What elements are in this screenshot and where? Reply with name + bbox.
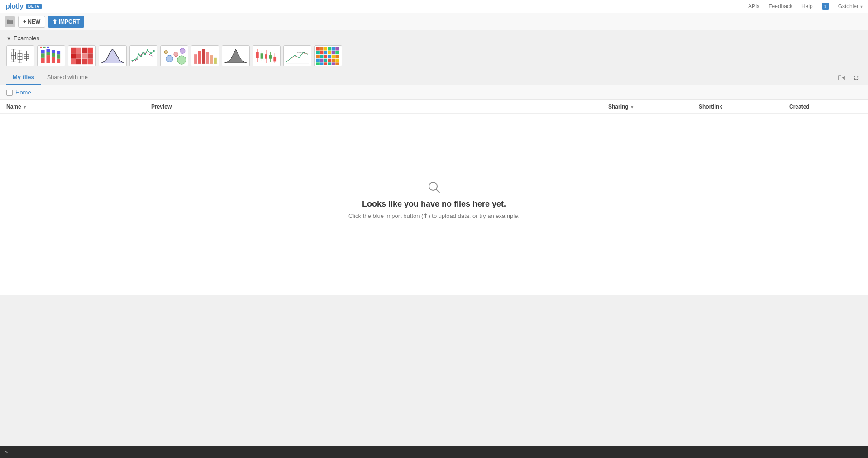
svg-rect-44 [87, 59, 92, 64]
svg-rect-66 [206, 52, 209, 64]
svg-rect-110 [335, 59, 339, 62]
examples-section: ▼ Examples [0, 30, 868, 70]
example-thumb-11[interactable] [314, 45, 342, 66]
svg-rect-94 [320, 51, 324, 54]
svg-rect-18 [41, 53, 45, 58]
svg-rect-36 [87, 48, 92, 53]
svg-rect-116 [335, 62, 339, 65]
svg-rect-103 [332, 55, 335, 58]
svg-rect-67 [210, 55, 213, 64]
svg-rect-38 [76, 53, 81, 58]
empty-state-title: Looks like you have no files here yet. [362, 199, 506, 209]
svg-rect-101 [324, 55, 327, 58]
tab-shared-with-me[interactable]: Shared with me [41, 70, 94, 85]
svg-point-52 [144, 53, 146, 55]
svg-rect-41 [71, 59, 76, 64]
svg-rect-40 [87, 53, 92, 58]
beta-badge: BETA [26, 4, 42, 9]
svg-rect-115 [332, 62, 335, 65]
svg-rect-95 [324, 51, 327, 54]
breadcrumb-home[interactable]: Home [15, 89, 31, 96]
tab-my-files[interactable]: My files [6, 70, 41, 85]
svg-rect-75 [261, 53, 263, 58]
svg-point-47 [131, 60, 133, 62]
svg-rect-25 [52, 50, 55, 53]
home-folder-button[interactable] [5, 16, 15, 27]
topnav-right: APIs Feedback Help 1 Gstohler ▾ [748, 3, 863, 10]
new-button[interactable]: + NEW [18, 16, 45, 28]
example-thumb-3[interactable] [68, 45, 96, 66]
svg-rect-30 [43, 47, 46, 48]
col-header-sharing[interactable]: Sharing ▼ [608, 104, 699, 110]
refresh-button[interactable] [851, 72, 862, 83]
svg-rect-99 [316, 55, 320, 58]
svg-rect-111 [316, 62, 320, 65]
tabs-right-actions [836, 72, 862, 83]
svg-rect-105 [316, 59, 320, 62]
svg-rect-22 [46, 49, 50, 52]
breadcrumb-bar: Home [0, 85, 868, 100]
example-thumb-9[interactable] [253, 45, 281, 66]
svg-rect-82 [284, 46, 310, 66]
example-thumb-4[interactable] [99, 45, 127, 66]
svg-rect-87 [316, 47, 320, 51]
import-button[interactable]: ⬆ IMPORT [48, 16, 84, 28]
svg-rect-64 [198, 51, 201, 64]
svg-line-120 [436, 189, 439, 193]
svg-point-55 [153, 50, 155, 52]
top-navigation: plotly BETA APIs Feedback Help 1 Gstohle… [0, 0, 868, 13]
svg-rect-33 [71, 48, 76, 53]
svg-point-50 [140, 56, 142, 57]
svg-rect-37 [71, 53, 76, 58]
example-thumb-8[interactable] [222, 45, 250, 66]
svg-rect-113 [324, 62, 327, 65]
example-thumb-1[interactable] [6, 45, 34, 66]
svg-rect-104 [335, 55, 339, 58]
apis-link[interactable]: APIs [748, 3, 759, 9]
svg-rect-35 [82, 48, 87, 53]
col-header-shortlink: Shortlink [699, 104, 789, 110]
svg-rect-43 [82, 59, 87, 64]
notification-badge[interactable]: 1 [822, 3, 829, 10]
examples-thumbnails: R²=0.95 [6, 45, 862, 66]
feedback-link[interactable]: Feedback [768, 3, 792, 9]
example-thumb-5[interactable] [129, 45, 157, 66]
svg-rect-20 [46, 55, 50, 63]
svg-rect-109 [332, 59, 335, 62]
svg-rect-42 [76, 59, 81, 64]
table-header: Name ▼ Preview Sharing ▼ Shortlink Creat… [0, 100, 868, 114]
new-folder-button[interactable] [836, 72, 847, 83]
svg-rect-112 [320, 62, 324, 65]
svg-rect-24 [52, 53, 55, 57]
svg-point-51 [142, 51, 144, 53]
examples-header[interactable]: ▼ Examples [6, 35, 862, 42]
svg-point-58 [174, 52, 178, 57]
svg-rect-65 [202, 49, 205, 64]
svg-text:R²=0.95: R²=0.95 [297, 52, 305, 54]
svg-rect-96 [328, 51, 331, 54]
svg-point-49 [138, 53, 140, 55]
empty-state-subtitle: Click the blue import button (⬆) to uplo… [348, 212, 520, 219]
col-header-name[interactable]: Name ▼ [6, 104, 151, 110]
svg-rect-79 [269, 55, 272, 59]
svg-rect-26 [57, 59, 60, 63]
help-link[interactable]: Help [801, 3, 813, 9]
svg-rect-63 [194, 54, 197, 64]
user-menu[interactable]: Gstohler ▾ [838, 3, 863, 9]
svg-point-61 [180, 48, 185, 53]
svg-rect-93 [316, 51, 320, 54]
examples-title: Examples [14, 35, 39, 42]
username: Gstohler [838, 3, 858, 9]
svg-point-54 [150, 52, 152, 54]
svg-rect-91 [332, 47, 335, 51]
example-thumb-10[interactable]: R²=0.95 [283, 45, 311, 66]
select-all-checkbox[interactable] [6, 90, 13, 96]
plotly-logo[interactable]: plotly [5, 2, 24, 10]
example-thumb-7[interactable] [191, 45, 219, 66]
example-thumb-6[interactable] [160, 45, 188, 66]
svg-rect-88 [320, 47, 324, 51]
svg-rect-23 [52, 57, 55, 63]
topnav-left: plotly BETA [5, 2, 42, 10]
example-thumb-2[interactable] [37, 45, 65, 66]
svg-rect-17 [41, 58, 45, 63]
